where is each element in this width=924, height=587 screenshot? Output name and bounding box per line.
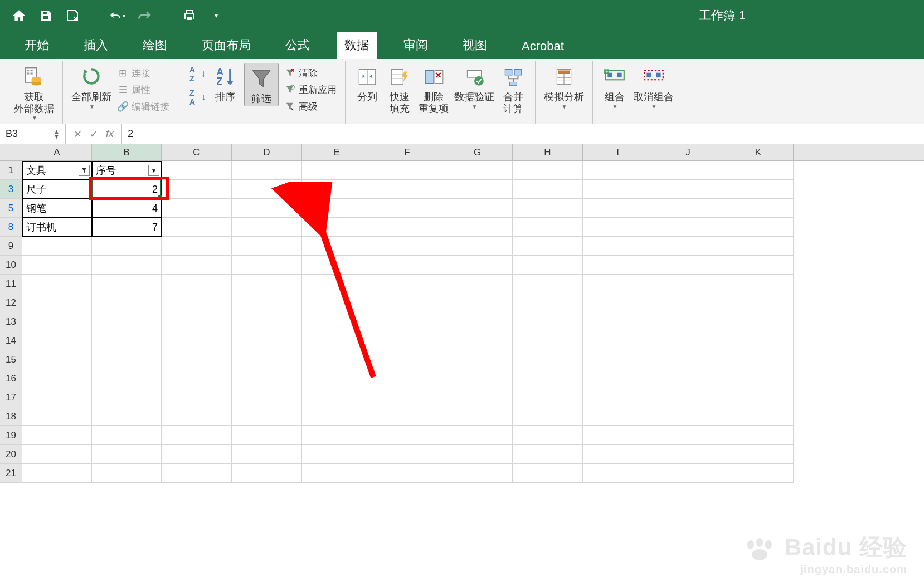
tab-review[interactable]: 审阅 [396,32,436,59]
cell-A14[interactable] [22,331,92,350]
cell-I17[interactable] [583,388,653,407]
tab-draw[interactable]: 绘图 [135,32,175,59]
cell-K14[interactable] [723,331,794,350]
row-header-15[interactable]: 15 [0,350,22,369]
cell-C16[interactable] [162,369,232,388]
cell-I13[interactable] [583,312,653,331]
cell-F12[interactable] [372,294,442,312]
cell-A17[interactable] [22,388,92,407]
cell-C19[interactable] [162,426,232,445]
cell-H12[interactable] [513,294,583,312]
cell-D17[interactable] [232,388,302,407]
cell-G1[interactable] [442,161,513,180]
cell-F21[interactable] [372,464,442,483]
cell-K9[interactable] [723,237,794,256]
cell-D13[interactable] [232,312,302,331]
data-validation-button[interactable]: 数据验证 ▼ [454,63,494,110]
cell-F10[interactable] [372,256,442,275]
cell-H17[interactable] [513,388,583,407]
cell-J13[interactable] [653,312,723,331]
cell-H1[interactable] [513,161,583,180]
cell-G18[interactable] [442,407,513,426]
cell-A16[interactable] [22,369,92,388]
advanced-filter-button[interactable]: 高级 [284,99,337,114]
cell-B13[interactable] [92,312,162,331]
cell-A11[interactable] [22,275,92,294]
cell-E15[interactable] [302,350,372,369]
name-box-spinner[interactable]: ▲▼ [54,129,60,139]
row-header-16[interactable]: 16 [0,369,22,388]
fx-icon[interactable]: fx [106,128,114,140]
cell-F15[interactable] [372,350,442,369]
cancel-icon[interactable]: ✕ [74,128,82,140]
confirm-icon[interactable]: ✓ [90,128,98,140]
cell-G20[interactable] [442,445,513,464]
cell-G10[interactable] [442,256,513,275]
connections-button[interactable]: ⊞ 连接 [117,65,169,81]
cell-F13[interactable] [372,312,442,331]
cell-K11[interactable] [723,275,794,294]
cell-J8[interactable] [653,218,723,237]
cell-A21[interactable] [22,464,92,483]
cell-C12[interactable] [162,294,232,312]
column-header-K[interactable]: K [723,144,794,160]
print-icon[interactable] [182,8,197,23]
cell-G16[interactable] [442,369,513,388]
row-header-8[interactable]: 8 [0,218,22,237]
cell-K20[interactable] [723,445,794,464]
cell-E14[interactable] [302,331,372,350]
cell-F19[interactable] [372,426,442,445]
filter-dropdown-A[interactable] [79,165,90,176]
cell-H3[interactable] [513,180,583,199]
cell-G14[interactable] [442,331,513,350]
cell-J19[interactable] [653,426,723,445]
cell-D14[interactable] [232,331,302,350]
cell-F14[interactable] [372,331,442,350]
cell-J5[interactable] [653,199,723,218]
sort-asc-button[interactable]: AZ ↓ [187,66,206,82]
cell-H10[interactable] [513,256,583,275]
cell-F16[interactable] [372,369,442,388]
cell-J16[interactable] [653,369,723,388]
cell-E3[interactable] [302,180,372,199]
cell-D10[interactable] [232,256,302,275]
cell-G11[interactable] [442,275,513,294]
cell-B14[interactable] [92,331,162,350]
cell-H9[interactable] [513,237,583,256]
cell-E8[interactable] [302,218,372,237]
clear-filter-button[interactable]: 清除 [284,65,337,81]
tab-formulas[interactable]: 公式 [278,32,318,59]
cell-G15[interactable] [442,350,513,369]
row-header-1[interactable]: 1 [0,161,22,180]
cell-C15[interactable] [162,350,232,369]
cell-H16[interactable] [513,369,583,388]
cell-J1[interactable] [653,161,723,180]
cell-D1[interactable] [232,161,302,180]
cell-K17[interactable] [723,388,794,407]
cell-J12[interactable] [653,294,723,312]
cell-A12[interactable] [22,294,92,312]
cell-E19[interactable] [302,426,372,445]
cell-J18[interactable] [653,407,723,426]
formula-input[interactable]: 2 [122,128,924,140]
cell-H21[interactable] [513,464,583,483]
cell-B18[interactable] [92,407,162,426]
home-icon[interactable] [11,8,27,23]
cell-E20[interactable] [302,445,372,464]
cell-G3[interactable] [442,180,513,199]
filter-button[interactable]: 筛选 [244,63,279,106]
row-header-5[interactable]: 5 [0,199,22,218]
cell-C20[interactable] [162,445,232,464]
cell-F17[interactable] [372,388,442,407]
cell-E18[interactable] [302,407,372,426]
cell-A9[interactable] [22,237,92,256]
cell-K18[interactable] [723,407,794,426]
cell-D11[interactable] [232,275,302,294]
cell-E16[interactable] [302,369,372,388]
cell-B12[interactable] [92,294,162,312]
get-external-data-button[interactable]: 获取 外部数据 ▼ [14,63,54,121]
cell-B3[interactable]: 2 [92,180,162,199]
text-to-columns-button[interactable]: 分列 [354,63,381,103]
redo-icon[interactable] [137,8,152,23]
cell-G13[interactable] [442,312,513,331]
